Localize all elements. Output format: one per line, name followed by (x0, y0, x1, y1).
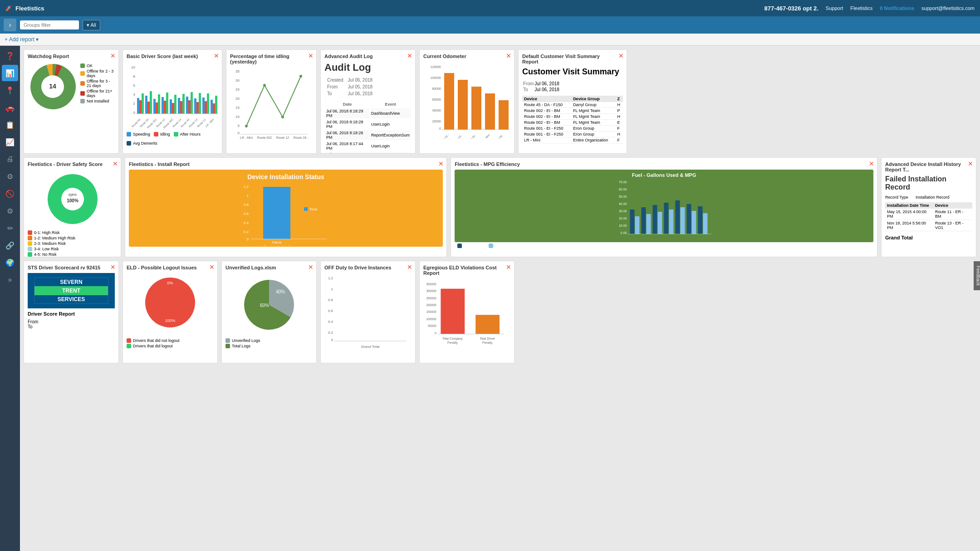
sidebar-item-settings[interactable]: ⚙ (2, 168, 18, 185)
unverified-close[interactable]: ✕ (308, 264, 314, 270)
sidebar-item-reports[interactable]: 📋 (2, 117, 18, 133)
groups-filter-input[interactable] (20, 20, 79, 29)
sidebar-item-dashboard[interactable]: 📊 (2, 65, 18, 81)
sidebar-item-chart[interactable]: 📈 (2, 134, 18, 150)
sidebar-item-config[interactable]: ⚙ (2, 203, 18, 219)
sidebar-item-block[interactable]: 🚫 (2, 185, 18, 202)
widget-row-1: Watchdog Report ✕ 14 (24, 49, 976, 154)
support-link[interactable]: Support (826, 5, 843, 11)
mpg-close[interactable]: ✕ (869, 161, 874, 167)
sidebar-item-help[interactable]: ❓ (2, 48, 18, 64)
cv-meta-table: FromJul 06, 2018 ToJul 06, 2018 (522, 80, 560, 93)
audit-entries-table: Date Event Jul 06, 2018 8:18:29 PMDashbo… (324, 100, 412, 154)
svg-rect-22 (174, 95, 176, 114)
eld-logout-close[interactable]: ✕ (209, 264, 215, 270)
svg-text:15: 15 (235, 106, 240, 110)
audit-log-widget: Advanced Audit Log ✕ Audit Log CreatedJu… (320, 49, 416, 154)
sidebar-item-vehicles[interactable]: 🚗 (2, 99, 18, 116)
cv-data-table: DeviceDevice GroupZ Route 45 - DA - F150… (522, 96, 623, 143)
nav-chevron[interactable]: › (4, 19, 16, 31)
driver-score-close[interactable]: ✕ (214, 53, 219, 59)
customer-visit-close[interactable]: ✕ (618, 53, 624, 59)
svg-text:0.4: 0.4 (328, 320, 333, 324)
fleetistics-link[interactable]: Fleetistics (850, 5, 872, 11)
table-row: Route 002 - EI - BMFL Mgmt TeamH (522, 114, 623, 120)
driver-score-title: Basic Driver Score (last week) (127, 54, 218, 59)
legend-sum-mpg: Sum of MPG (495, 244, 519, 248)
dashboard-content: Watchdog Report ✕ 14 (20, 46, 980, 551)
svg-text:50000: 50000 (428, 324, 436, 327)
driver-safety-title: Fleetistics - Driver Safety Score (28, 161, 117, 167)
notifications-badge[interactable]: 0 Notifications (880, 5, 914, 11)
svg-rect-146 (441, 289, 465, 334)
offduty-close[interactable]: ✕ (407, 264, 412, 270)
sidebar-item-integrations[interactable]: 🔗 (2, 237, 18, 254)
nav-bar: › ▾ All Support (0, 16, 980, 34)
mpg-chart: 70.00 60.00 50.00 40.00 30.00 20.00 10.0… (457, 178, 871, 241)
svg-text:350000: 350000 (426, 283, 436, 286)
svg-rect-109 (630, 210, 635, 234)
user-email[interactable]: support@fleetistics.com (921, 5, 975, 11)
sts-line3: SERVICES (34, 295, 108, 303)
svg-rect-18 (164, 101, 166, 114)
svg-text:35: 35 (235, 69, 240, 73)
svg-text:Route 51 -: Route 51 - (452, 133, 463, 139)
svg-text:Total: Total (309, 207, 317, 211)
audit-log-close[interactable]: ✕ (407, 53, 412, 59)
svg-rect-28 (191, 92, 193, 114)
pct-idling-close[interactable]: ✕ (308, 53, 314, 59)
svg-rect-8 (137, 98, 139, 114)
legend-not-logout: Drivers that did not logout (133, 338, 180, 343)
svg-text:100%: 100% (165, 318, 175, 323)
fi-grand-total: Grand Total (885, 235, 972, 240)
svg-rect-31 (199, 93, 201, 114)
cv-col-device: Device (522, 96, 571, 102)
legend-unverified-logs: Unverified Logs (232, 338, 260, 343)
failed-install-close[interactable]: ✕ (968, 161, 973, 167)
fi-table: Installation Date TimeDevice May 15, 201… (885, 202, 972, 231)
install-report-close[interactable]: ✕ (438, 161, 444, 167)
svg-rect-15 (156, 102, 158, 114)
cv-from: Jul 06, 2018 (534, 81, 559, 86)
svg-text:Template Vehicle 1: Template Vehicle 1 (264, 245, 290, 246)
legend-did-logout: Drivers that did logout (133, 344, 173, 348)
sidebar-item-print[interactable]: 🖨 (2, 151, 18, 167)
legend-sum-gal: Sum of Gal (464, 244, 484, 248)
audit-to: Jul 06, 2018 (346, 91, 375, 97)
audit-row: Jul 06, 2018 8:17:44 PMUserLogin (325, 141, 411, 151)
table-row: Route 001 - EI - F250Eron GroupF (522, 126, 623, 132)
add-report-button[interactable]: + Add report ▾ (5, 36, 39, 43)
svg-text:150000: 150000 (426, 310, 436, 313)
svg-text:250000: 250000 (426, 297, 436, 300)
feedback-tab[interactable]: Feedback (974, 261, 980, 290)
svg-text:LR - Mini: LR - Mini (240, 136, 253, 139)
svg-text:0.00: 0.00 (621, 231, 627, 234)
svg-rect-32 (202, 98, 205, 114)
sts-close[interactable]: ✕ (110, 264, 116, 270)
failed-install-widget: Advanced Device Install History Report T… (881, 157, 976, 257)
svg-rect-76 (485, 93, 495, 130)
cv-col-z: Z (615, 96, 623, 102)
sidebar-item-geo[interactable]: 🌍 (2, 254, 18, 271)
table-row: Route 002 - EI - BMFL Mgmt TeamP (522, 108, 623, 114)
svg-rect-23 (178, 98, 180, 114)
sidebar-item-more[interactable]: » (2, 272, 18, 288)
svg-text:10.00: 10.00 (619, 224, 627, 227)
odometer-close[interactable]: ✕ (506, 53, 511, 59)
watchdog-close[interactable]: ✕ (110, 53, 116, 59)
sidebar-item-map[interactable]: 📍 (2, 82, 18, 98)
svg-point-57 (245, 125, 248, 127)
audit-log-title: Advanced Audit Log (324, 54, 412, 59)
egregious-close[interactable]: ✕ (506, 264, 511, 270)
pct-idling-widget: Percentage of time idling (yesterday) ✕ … (226, 49, 317, 154)
widget-row-2: Fleetistics - Driver Safety Score ✕ 0|8%… (24, 157, 976, 257)
svg-rect-35 (211, 100, 213, 114)
driver-safety-close[interactable]: ✕ (113, 161, 118, 167)
svg-text:1.2: 1.2 (328, 276, 333, 280)
legend-idling: Idling (160, 132, 170, 137)
sidebar-item-edit[interactable]: ✏ (2, 220, 18, 236)
watchdog-widget: Watchdog Report ✕ 14 (24, 49, 119, 154)
phone-number: 877-467-0326 opt 2. (764, 5, 818, 12)
svg-text:20: 20 (235, 97, 240, 101)
all-dropdown[interactable]: ▾ All (83, 20, 100, 30)
